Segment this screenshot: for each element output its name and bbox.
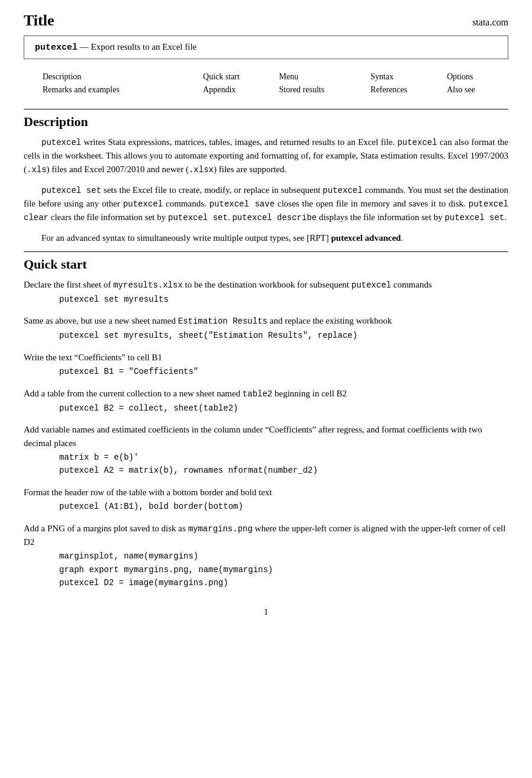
- page-footer: 1: [24, 607, 508, 617]
- qs-code-6: putexcel (A1:B1), bold border(bottom): [59, 500, 508, 513]
- nav-menu[interactable]: Menu: [279, 71, 370, 83]
- desc-para-3: For an advanced syntax to simultaneously…: [24, 231, 508, 245]
- desc-para-1: putexcel writes Stata expressions, matri…: [24, 135, 508, 176]
- page-header: Title stata.com: [24, 12, 508, 30]
- nav-stored[interactable]: Stored results: [279, 84, 370, 96]
- page: Title stata.com putexcel — Export result…: [0, 0, 532, 778]
- nav-alsosee[interactable]: Also see: [447, 84, 507, 96]
- nav-row-2: Remarks and examples Appendix Stored res…: [25, 84, 507, 96]
- title-description: — Export results to an Excel file: [80, 42, 196, 51]
- description-heading: Description: [24, 114, 508, 130]
- qs-item-7: Add a PNG of a margins plot saved to dis…: [24, 522, 508, 590]
- qs-item-2: Same as above, but use a new sheet named…: [24, 314, 508, 342]
- qs-code-2: putexcel set myresults, sheet("Estimatio…: [59, 329, 508, 342]
- page-number: 1: [264, 607, 269, 616]
- nav-description[interactable]: Description: [25, 71, 202, 83]
- qs-item-1: Declare the first sheet of myresults.xls…: [24, 278, 508, 306]
- qs-code-5: matrix b = e(b)' putexcel A2 = matrix(b)…: [59, 451, 508, 477]
- qs-code-4: putexcel B2 = collect, sheet(table2): [59, 402, 508, 415]
- page-title: Title: [24, 12, 54, 30]
- qs-code-1: putexcel set myresults: [59, 293, 508, 306]
- title-box: putexcel — Export results to an Excel fi…: [24, 35, 508, 59]
- nav-remarks[interactable]: Remarks and examples: [25, 84, 202, 96]
- quickstart-heading: Quick start: [24, 257, 508, 272]
- nav-syntax[interactable]: Syntax: [370, 71, 446, 83]
- nav-row-1: Description Quick start Menu Syntax Opti…: [25, 71, 507, 83]
- nav-quickstart[interactable]: Quick start: [203, 71, 278, 83]
- stata-brand: stata.com: [472, 17, 508, 28]
- title-command: putexcel: [35, 43, 78, 53]
- quickstart-divider: [24, 251, 508, 252]
- description-divider: [24, 109, 508, 109]
- nav-options[interactable]: Options: [447, 71, 507, 83]
- desc-para-2: putexcel set sets the Excel file to crea…: [24, 183, 508, 224]
- nav-appendix[interactable]: Appendix: [203, 84, 278, 96]
- qs-item-4: Add a table from the current collection …: [24, 387, 508, 415]
- nav-references[interactable]: References: [370, 84, 446, 96]
- qs-item-3: Write the text “Coefficients” to cell B1…: [24, 351, 508, 379]
- nav-table: Description Quick start Menu Syntax Opti…: [24, 70, 508, 97]
- qs-code-3: putexcel B1 = "Coefficients": [59, 365, 508, 378]
- qs-item-6: Format the header row of the table with …: [24, 486, 508, 514]
- qs-code-7: marginsplot, name(mymargins) graph expor…: [59, 550, 508, 589]
- qs-item-5: Add variable names and estimated coeffic…: [24, 423, 508, 477]
